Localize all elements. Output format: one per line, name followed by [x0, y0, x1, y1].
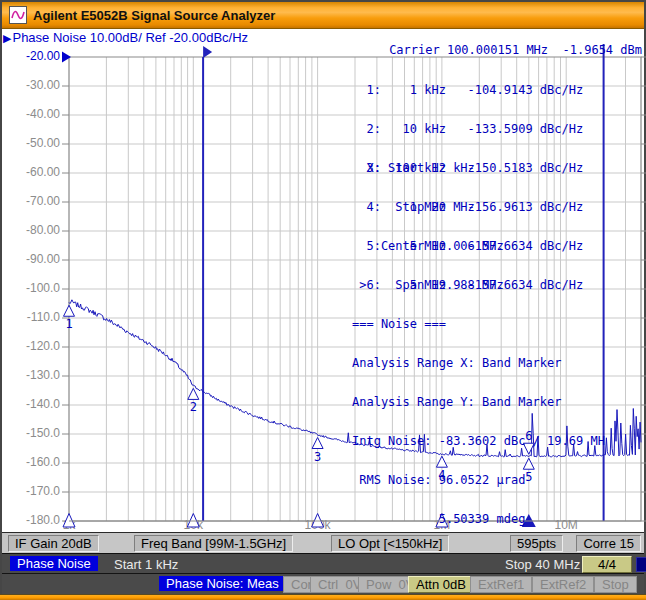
- lo-opt-button[interactable]: LO Opt [<150kHz]: [331, 535, 449, 552]
- rms-noise-mdeg-line: 5.50339 mdeg: [352, 513, 605, 526]
- marker-number: 1: [65, 317, 72, 331]
- carrier-readout: Carrier 100.000151 MHz -1.9654 dBm: [352, 44, 642, 57]
- rms-noise-line: RMS Noise: 96.0522 µrad: [352, 474, 605, 487]
- status-area: Phase Noise Start 1 kHz Stop 40 MHz 4/4 …: [2, 554, 644, 594]
- marker-number: 3: [314, 450, 321, 464]
- noise-header-line: === Noise ===: [352, 318, 605, 331]
- marker-symbol: [188, 388, 199, 399]
- extref2-indicator: ExtRef2: [532, 576, 594, 593]
- points-button[interactable]: 595pts: [510, 535, 563, 552]
- axis-marker-icon: [187, 514, 199, 528]
- analysis-readout: X: Start 12 kHz Stop 20 MHz Center 10.00…: [352, 136, 605, 600]
- band-marker-flag: [203, 46, 212, 58]
- analysis-range-x-line: Analysis Range X: Band Marker: [352, 357, 605, 370]
- instrument-window: Agilent E5052B Signal Source Analyzer ▶P…: [0, 0, 646, 600]
- x-start-line: X: Start 12 kHz: [352, 162, 605, 175]
- window-indicator: [636, 557, 646, 572]
- attenuator-indicator[interactable]: Attn 0dB: [408, 576, 474, 593]
- x-stop-line: Stop 20 MHz: [352, 201, 605, 214]
- page-indicator[interactable]: 4/4: [582, 556, 632, 573]
- correlation-button[interactable]: Corre 15: [576, 535, 641, 552]
- sweep-stop-indicator: Stop: [594, 576, 637, 593]
- marker-symbol: [64, 305, 75, 316]
- measurement-tab[interactable]: Phase Noise: [10, 556, 98, 571]
- x-center-line: Center 10.006 MHz: [352, 240, 605, 253]
- sweep-stop-label: Stop 40 MHz: [505, 557, 580, 572]
- if-gain-button[interactable]: IF Gain 20dB: [8, 535, 99, 552]
- freq-band-button[interactable]: Freq Band [99M-1.5GHz]: [134, 535, 293, 552]
- marker-row-2: 2: 10 kHz -133.5909 dBc/Hz: [352, 123, 583, 136]
- extref1-indicator: ExtRef1: [470, 576, 532, 593]
- status-divider: [2, 573, 644, 574]
- analysis-range-y-line: Analysis Range Y: Band Marker: [352, 396, 605, 409]
- meas-status-chip[interactable]: Phase Noise: Meas: [159, 576, 286, 591]
- intg-noise-line: Intg Noise: -83.3602 dBc / 19.69 MH: [352, 435, 605, 448]
- marker-number: 2: [190, 400, 197, 414]
- axis-marker-icon: [63, 514, 75, 528]
- setting-bar: IF Gain 20dB Freq Band [99M-1.5GHz] LO O…: [2, 532, 644, 554]
- ref-level-arrow-icon: [62, 52, 71, 63]
- axis-marker-icon: [312, 514, 324, 528]
- sweep-start-label: Start 1 kHz: [114, 557, 178, 572]
- bottom-accent-bar: [0, 594, 646, 600]
- x-span-line: Span 19.988 MHz: [352, 279, 605, 292]
- marker-symbol: [312, 438, 323, 449]
- marker-row-1: 1: 1 kHz -104.9143 dBc/Hz: [352, 84, 583, 97]
